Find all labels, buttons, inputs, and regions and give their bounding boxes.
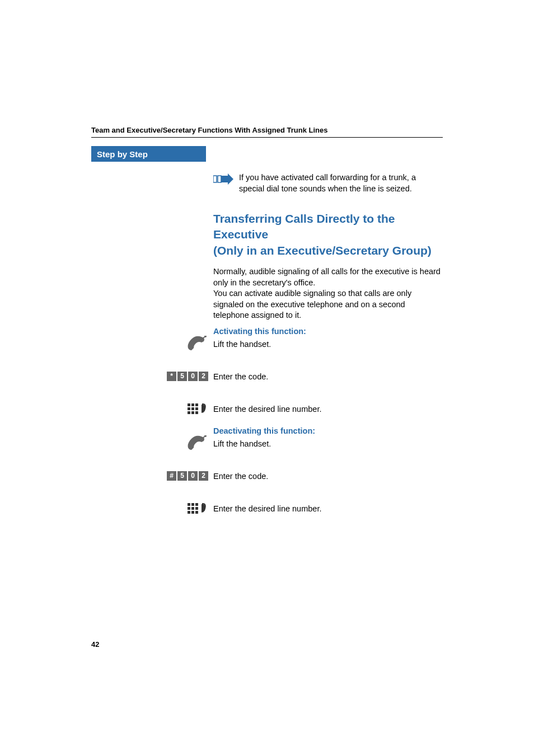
page-header: Team and Executive/Secretary Functions W… xyxy=(91,126,443,138)
sidebar-title: Step by Step xyxy=(97,149,148,159)
section-title-line2: (Only in an Executive/Secretary Group) xyxy=(213,244,432,257)
svg-rect-16 xyxy=(188,507,190,510)
page-number: 42 xyxy=(91,640,99,649)
arrow-note-icon xyxy=(213,173,233,194)
code-keys-deactivate: # 5 0 2 xyxy=(167,471,208,481)
svg-rect-13 xyxy=(188,503,190,506)
svg-rect-0 xyxy=(213,176,217,182)
keypad-icon xyxy=(188,402,210,418)
lift-handset-icon xyxy=(186,435,207,453)
key-2: 2 xyxy=(199,471,208,481)
step-lift-handset-deactivate: Lift the handset. xyxy=(213,439,443,466)
section-title: Transferring Calls Directly to the Execu… xyxy=(213,211,443,259)
svg-rect-1 xyxy=(218,176,221,182)
note-text: If you have activated call forwarding fo… xyxy=(239,172,443,194)
section-description: Normally, audible signaling of all calls… xyxy=(213,266,443,321)
main-content: If you have activated call forwarding fo… xyxy=(213,165,443,526)
step-text: Enter the code. xyxy=(213,472,268,481)
step-enter-line-activate: Enter the desired line number. xyxy=(213,404,443,421)
svg-rect-17 xyxy=(191,507,194,510)
keypad-icon xyxy=(188,502,210,518)
key-5: 5 xyxy=(177,372,187,381)
chapter-title: Team and Executive/Secretary Functions W… xyxy=(91,126,328,134)
svg-rect-4 xyxy=(191,403,194,406)
step-enter-line-deactivate: Enter the desired line number. xyxy=(213,504,443,520)
step-enter-code-activate: * 5 0 2 Enter the code. xyxy=(213,372,443,398)
svg-rect-15 xyxy=(195,503,198,506)
code-keys-activate: * 5 0 2 xyxy=(167,372,208,381)
svg-rect-11 xyxy=(195,411,198,414)
key-5: 5 xyxy=(177,471,187,481)
section-title-line1: Transferring Calls Directly to the Execu… xyxy=(213,212,395,241)
activate-heading: Activating this function: xyxy=(213,327,443,336)
step-text: Enter the desired line number. xyxy=(213,504,321,513)
svg-rect-5 xyxy=(195,403,198,406)
step-enter-code-deactivate: # 5 0 2 Enter the code. xyxy=(213,471,443,498)
step-text: Enter the desired line number. xyxy=(213,405,321,414)
svg-rect-18 xyxy=(195,507,198,510)
svg-rect-9 xyxy=(188,411,190,414)
svg-rect-6 xyxy=(188,407,190,410)
step-text: Lift the handset. xyxy=(213,340,271,349)
step-text: Lift the handset. xyxy=(213,439,271,448)
svg-rect-7 xyxy=(191,407,194,410)
svg-rect-8 xyxy=(195,407,198,410)
step-text: Enter the code. xyxy=(213,372,268,381)
lift-handset-icon xyxy=(186,336,207,354)
step-lift-handset-activate: Lift the handset. xyxy=(213,339,443,366)
svg-rect-19 xyxy=(188,511,190,514)
svg-rect-10 xyxy=(191,411,194,414)
svg-rect-3 xyxy=(188,403,190,406)
key-0: 0 xyxy=(188,471,198,481)
key-2: 2 xyxy=(199,372,208,381)
note-box: If you have activated call forwarding fo… xyxy=(213,172,443,194)
key-star: * xyxy=(167,372,176,381)
key-hash: # xyxy=(167,471,176,481)
key-0: 0 xyxy=(188,372,198,381)
svg-rect-21 xyxy=(195,511,198,514)
svg-rect-14 xyxy=(191,503,194,506)
deactivate-heading: Deactivating this function: xyxy=(213,426,443,435)
sidebar-step-by-step: Step by Step xyxy=(91,146,206,162)
svg-rect-20 xyxy=(191,511,194,514)
